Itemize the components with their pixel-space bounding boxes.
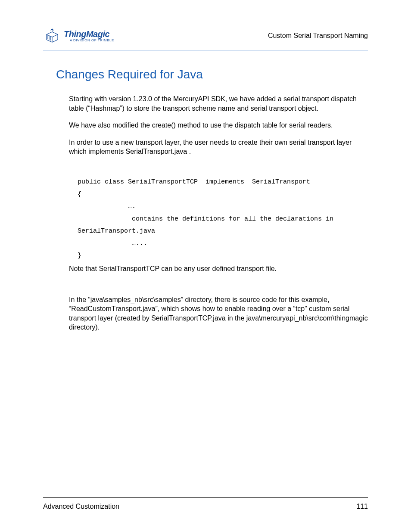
code-line: contains the definitions for all the dec… xyxy=(78,215,337,235)
body-content: Starting with version 1.23.0 of the Merc… xyxy=(69,94,368,164)
note-paragraph: Note that SerialTransportTCP can be any … xyxy=(69,264,368,274)
header-title: Custom Serial Transport Naming xyxy=(268,32,368,40)
paragraph-2: We have also modified the create() metho… xyxy=(69,121,368,130)
section-title: Changes Required for Java xyxy=(56,68,368,81)
paragraph-1: Starting with version 1.23.0 of the Merc… xyxy=(69,94,368,113)
footer-left: Advanced Customization xyxy=(43,503,119,510)
footer: Advanced Customization 111 xyxy=(43,497,368,510)
logo: ThingMagic A DIVISION OF TRIMBLE xyxy=(43,27,114,45)
code-line: { xyxy=(78,191,81,198)
code-line: } xyxy=(78,252,81,259)
code-line: public class SerialTransportTCP implemen… xyxy=(78,178,310,186)
body-content-2: In the “java\samples_nb\src\samples” dir… xyxy=(69,295,368,340)
paragraph-4: In the “java\samples_nb\src\samples” dir… xyxy=(69,295,368,332)
code-block: public class SerialTransportTCP implemen… xyxy=(78,164,368,262)
page-header: ThingMagic A DIVISION OF TRIMBLE Custom … xyxy=(43,27,368,50)
logo-main-text: ThingMagic xyxy=(64,29,114,39)
code-line: …. xyxy=(78,203,136,210)
paragraph-3: In order to use a new transport layer, t… xyxy=(69,138,368,156)
logo-sub-text: A DIVISION OF TRIMBLE xyxy=(70,38,114,42)
page-number: 111 xyxy=(356,503,368,510)
cube-icon xyxy=(43,27,61,45)
code-line: …... xyxy=(78,240,147,247)
